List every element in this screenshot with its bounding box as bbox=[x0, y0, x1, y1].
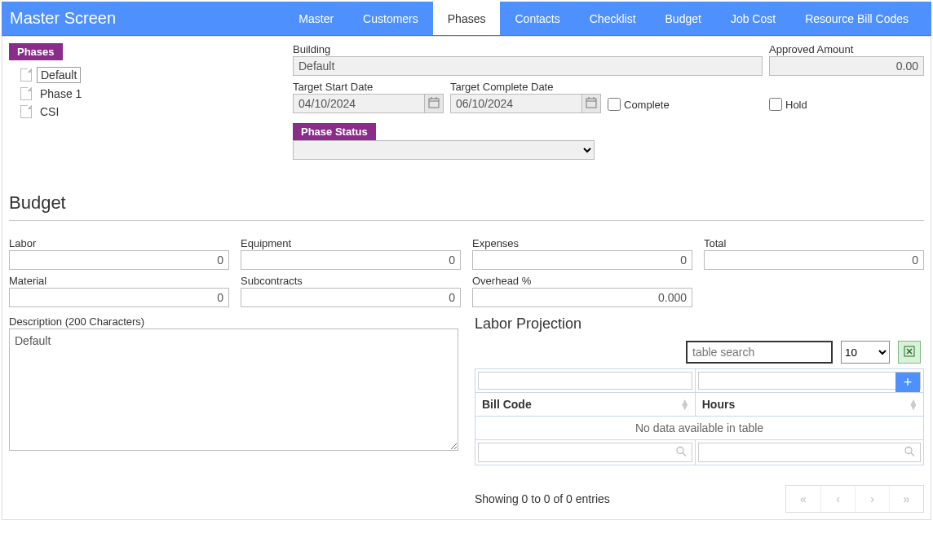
material-label: Material bbox=[9, 275, 229, 287]
chevron-double-right-icon: » bbox=[904, 492, 910, 505]
approved-amount-input[interactable] bbox=[769, 56, 924, 76]
nav-tab-budget[interactable]: Budget bbox=[651, 2, 716, 35]
nav-tab-customers[interactable]: Customers bbox=[348, 2, 433, 35]
complete-label: Complete bbox=[624, 99, 670, 111]
target-complete-label: Target Complete Date bbox=[450, 81, 601, 93]
svg-point-11 bbox=[905, 448, 912, 454]
description-label: Description (200 Characters) bbox=[9, 315, 458, 328]
svg-point-9 bbox=[677, 448, 683, 454]
divider bbox=[9, 220, 924, 221]
page-size-select[interactable]: 10 bbox=[841, 341, 890, 364]
budget-section: Budget Labor Equipment Expenses Total Ma… bbox=[9, 192, 924, 513]
material-input[interactable] bbox=[9, 288, 229, 307]
total-label: Total bbox=[704, 237, 924, 249]
calendar-icon bbox=[586, 97, 597, 111]
expenses-label: Expenses bbox=[472, 237, 692, 249]
building-label: Building bbox=[293, 43, 763, 55]
chevron-right-icon: › bbox=[870, 492, 874, 505]
phase-tree-label: Default bbox=[37, 67, 81, 83]
svg-rect-0 bbox=[429, 99, 439, 108]
chevron-left-icon: ‹ bbox=[836, 492, 840, 505]
hold-checkbox[interactable] bbox=[769, 98, 782, 111]
labor-projection-table: + Bill Code▲▼ Hours▲▼ No data available … bbox=[475, 368, 924, 465]
sort-icon: ▲▼ bbox=[680, 399, 690, 409]
hours-filter-top[interactable] bbox=[698, 372, 921, 390]
equipment-label: Equipment bbox=[241, 237, 461, 249]
search-icon bbox=[904, 446, 915, 460]
expenses-input[interactable] bbox=[472, 250, 692, 270]
paging-info: Showing 0 to 0 of 0 entries bbox=[475, 492, 610, 505]
nav-tab-job-cost[interactable]: Job Cost bbox=[716, 2, 790, 35]
svg-line-10 bbox=[683, 453, 686, 456]
phase-status-header: Phase Status bbox=[293, 123, 376, 140]
sort-icon: ▲▼ bbox=[909, 399, 918, 409]
phases-tree: DefaultPhase 1CSI bbox=[9, 60, 283, 121]
subcontracts-input[interactable] bbox=[241, 288, 461, 307]
description-textarea[interactable] bbox=[9, 329, 458, 451]
labor-projection-title: Labor Projection bbox=[475, 315, 924, 333]
phase-tree-item[interactable]: Default bbox=[20, 65, 283, 85]
excel-icon bbox=[904, 346, 915, 359]
hours-filter-bottom[interactable] bbox=[698, 443, 921, 462]
target-start-label: Target Start Date bbox=[293, 81, 444, 93]
nav-tab-contacts[interactable]: Contacts bbox=[500, 2, 574, 35]
building-input[interactable] bbox=[293, 56, 763, 76]
billcode-filter-bottom[interactable] bbox=[478, 443, 692, 462]
chevron-double-left-icon: « bbox=[800, 492, 807, 505]
table-search-input[interactable] bbox=[686, 341, 833, 364]
target-complete-input[interactable] bbox=[450, 94, 581, 113]
billcode-filter-top[interactable] bbox=[478, 372, 692, 390]
add-row-button[interactable]: + bbox=[895, 373, 920, 392]
pager-next-button[interactable]: › bbox=[855, 486, 889, 512]
pager: « ‹ › » bbox=[785, 485, 924, 513]
empty-row: No data available in table bbox=[475, 417, 924, 440]
nav-tabs: MasterCustomersPhasesContactsChecklistBu… bbox=[284, 2, 923, 35]
complete-checkbox[interactable] bbox=[608, 98, 621, 111]
equipment-input[interactable] bbox=[241, 250, 461, 270]
col-billcode[interactable]: Bill Code▲▼ bbox=[475, 393, 696, 417]
labor-projection-panel: Labor Projection 10 bbox=[466, 315, 924, 513]
document-icon bbox=[20, 87, 32, 100]
target-start-input[interactable] bbox=[293, 94, 424, 113]
svg-line-12 bbox=[911, 453, 914, 456]
page-title: Master Screen bbox=[10, 9, 116, 28]
budget-title: Budget bbox=[9, 192, 924, 214]
nav-tab-phases[interactable]: Phases bbox=[433, 2, 501, 35]
top-bar: Master Screen MasterCustomersPhasesConta… bbox=[2, 2, 931, 36]
svg-rect-4 bbox=[586, 99, 596, 108]
target-start-calendar-button[interactable] bbox=[424, 94, 444, 113]
plus-icon: + bbox=[904, 374, 913, 391]
phases-panel: Phases DefaultPhase 1CSI bbox=[9, 43, 283, 160]
nav-tab-checklist[interactable]: Checklist bbox=[575, 2, 651, 35]
phase-tree-label: CSI bbox=[37, 104, 62, 119]
labor-input[interactable] bbox=[9, 250, 229, 270]
document-icon bbox=[20, 105, 32, 118]
phase-tree-item[interactable]: CSI bbox=[20, 103, 283, 121]
approved-amount-label: Approved Amount bbox=[769, 43, 924, 55]
labor-label: Labor bbox=[9, 237, 229, 249]
nav-tab-resource-bill-codes[interactable]: Resource Bill Codes bbox=[790, 2, 923, 35]
phase-tree-item[interactable]: Phase 1 bbox=[20, 85, 283, 103]
document-icon bbox=[20, 68, 32, 82]
export-excel-button[interactable] bbox=[898, 341, 921, 364]
pager-prev-button[interactable]: ‹ bbox=[820, 486, 855, 512]
subcontracts-label: Subcontracts bbox=[241, 275, 461, 287]
phases-header: Phases bbox=[9, 43, 63, 60]
col-hours[interactable]: Hours▲▼ bbox=[695, 393, 923, 417]
phase-form: Building Approved Amount Target Start Da… bbox=[293, 43, 924, 160]
search-icon bbox=[675, 446, 687, 460]
content-area: Phases DefaultPhase 1CSI Building Approv… bbox=[2, 36, 931, 520]
pager-first-button[interactable]: « bbox=[786, 486, 820, 512]
phase-tree-label: Phase 1 bbox=[37, 86, 85, 101]
target-complete-calendar-button[interactable] bbox=[581, 94, 601, 113]
pager-last-button[interactable]: » bbox=[889, 486, 923, 512]
total-input[interactable] bbox=[704, 250, 924, 270]
overhead-input[interactable] bbox=[472, 288, 692, 307]
nav-tab-master[interactable]: Master bbox=[284, 2, 348, 35]
calendar-icon bbox=[428, 97, 440, 111]
overhead-label: Overhead % bbox=[472, 275, 692, 287]
hold-label: Hold bbox=[785, 99, 807, 111]
phase-status-select[interactable] bbox=[293, 140, 595, 160]
